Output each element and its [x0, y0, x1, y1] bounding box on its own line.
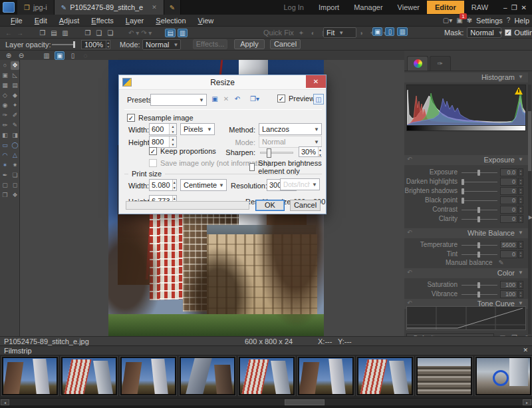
value-box[interactable]: 0	[500, 178, 517, 186]
slider-thumb[interactable]	[462, 198, 464, 204]
spinner-arrows-icon[interactable]: ▲▼	[518, 250, 523, 258]
fit-screen-button[interactable]: ▣	[372, 27, 382, 36]
slider-track[interactable]	[462, 285, 497, 286]
scrollbar-thumb[interactable]	[285, 399, 325, 405]
tab-home[interactable]: ❒ jpg-i	[17, 0, 55, 15]
filmstrip-close-icon[interactable]: ✕	[523, 347, 528, 353]
display-profile-icon[interactable]: ▢▾	[443, 17, 452, 24]
lasso-tool[interactable]: ◠	[1, 151, 9, 160]
spinner-arrows-icon[interactable]: ▲▼	[518, 168, 523, 176]
slider-thumb[interactable]	[477, 282, 480, 288]
panel-scrollbar[interactable]	[528, 85, 531, 334]
value-box[interactable]: 100	[500, 290, 517, 298]
spinner-arrows-icon[interactable]: ▲▼	[106, 41, 110, 49]
perspective-tool[interactable]: ◆	[11, 91, 19, 100]
slider-thumb[interactable]	[477, 292, 480, 298]
value-box[interactable]: 0	[500, 196, 517, 204]
filmstrip-thumb[interactable]	[238, 356, 295, 396]
slider-track[interactable]	[462, 182, 497, 182]
exposure-header[interactable]: ↶ Exposure ▼	[404, 155, 528, 165]
retouch-tool[interactable]: ✎	[11, 121, 19, 130]
presets-select[interactable]: ▼	[150, 94, 207, 106]
layer-tool[interactable]: ❐	[1, 191, 9, 200]
scroll-left-icon[interactable]: ◂	[1, 399, 9, 405]
tone-curve-chart[interactable]	[406, 306, 526, 330]
zoom-out-icon[interactable]: ⊖	[17, 52, 26, 59]
dialog-titlebar[interactable]: Resize	[119, 75, 326, 90]
menu-item[interactable]: Layer	[120, 15, 150, 26]
value-box[interactable]: 0	[500, 206, 517, 214]
filmstrip-thumb[interactable]	[61, 356, 118, 396]
paste-icon[interactable]: ❏	[106, 29, 115, 37]
clipping-warning-icon[interactable]	[515, 87, 523, 95]
menu-item[interactable]: Edit	[29, 15, 53, 26]
fit-width-icon[interactable]: ▯	[68, 52, 77, 59]
nav-item[interactable]: Log In	[276, 1, 311, 13]
adjustment-brush-tool[interactable]: ✏	[1, 121, 9, 130]
width-spinner[interactable]: 600 ▲▼	[149, 123, 177, 135]
split-view-icon[interactable]: ▥	[178, 29, 188, 37]
mask-mode-select[interactable]: Normal ▼	[467, 27, 501, 38]
dialog-cancel-button[interactable]: Cancel	[290, 200, 321, 211]
nav-item[interactable]: Import	[311, 1, 346, 13]
eraser-tool[interactable]: ◨	[11, 131, 19, 140]
slider-thumb[interactable]	[477, 207, 480, 213]
spinner-arrows-icon[interactable]: ▲▼	[518, 241, 523, 249]
spinner-arrows-icon[interactable]: ▲▼	[518, 290, 523, 298]
menu-item[interactable]: File	[5, 15, 28, 26]
slider-thumb[interactable]	[477, 216, 480, 222]
filmstrip-thumb[interactable]	[297, 356, 354, 396]
filmstrip-thumb[interactable]	[356, 356, 414, 396]
actual-size-button[interactable]: ▥	[397, 27, 407, 36]
value-box[interactable]: 0	[500, 215, 517, 223]
tab-new-stub[interactable]: ✎	[164, 0, 181, 15]
spinner-arrows-icon[interactable]: ▲▼	[518, 187, 523, 195]
slider-track[interactable]	[462, 219, 497, 220]
spinner-arrows-icon[interactable]: ▲▼	[518, 281, 523, 289]
slider-track[interactable]	[462, 172, 497, 173]
reset-icon[interactable]: ↶	[407, 300, 412, 306]
filmstrip-thumb[interactable]	[120, 356, 177, 396]
fill-tool[interactable]: ◧	[1, 131, 9, 140]
layer-opacity-spinner[interactable]: 100% ▲▼	[81, 40, 110, 49]
zoom-100-icon[interactable]: ▥	[42, 52, 51, 59]
deform-tool[interactable]: ◇	[1, 91, 9, 100]
fit-screen-icon[interactable]: ▣	[55, 51, 65, 60]
magic-wand-tool[interactable]: ✶	[1, 161, 9, 170]
pen-tool[interactable]: ✒	[1, 171, 9, 180]
print-icon[interactable]: ▥	[61, 29, 70, 37]
spinner-arrows-icon[interactable]: ▲▼	[169, 124, 176, 134]
auto-enhance-icon[interactable]: ✦	[297, 29, 306, 37]
save-preset-icon[interactable]: ▣	[209, 94, 220, 104]
slider-thumb[interactable]	[462, 188, 464, 194]
value-box[interactable]: 0	[500, 250, 517, 258]
shape-tool[interactable]: ❏	[11, 171, 19, 180]
ellipse-select-tool[interactable]: ◯	[11, 141, 19, 150]
frame-select-tool[interactable]: ▢	[1, 181, 9, 190]
tab-image[interactable]: ✎ P1052475-89_stitch_e ✕	[55, 0, 164, 15]
scroll-right-icon[interactable]: ▸	[523, 399, 531, 405]
dialog-close-button[interactable]: ✕	[306, 75, 326, 88]
menu-item[interactable]: Effects	[86, 15, 118, 26]
copy-icon[interactable]: ❐	[83, 29, 92, 37]
straighten-tool[interactable]: ◺	[11, 71, 19, 80]
minimize-icon[interactable]: –	[503, 4, 507, 11]
levels-icon[interactable]: ◑	[356, 29, 366, 37]
white-balance-header[interactable]: ↶ White Balance ▼	[404, 228, 528, 238]
pan-tool[interactable]: ✥	[11, 61, 19, 70]
slider-track[interactable]	[462, 245, 497, 246]
filmstrip-scrollbar[interactable]: ◂ ▸	[0, 398, 532, 405]
copy-settings-icon[interactable]: ❐▾	[247, 94, 263, 104]
value-box[interactable]: 0.0	[500, 168, 517, 176]
crop-tool[interactable]: ▣	[1, 71, 9, 80]
spinner-arrows-icon[interactable]: ▲▼	[172, 180, 176, 190]
clone-stamp-tool[interactable]: ✦	[11, 101, 19, 110]
effect-brush-tool[interactable]: ✐	[11, 111, 19, 120]
white-balance-icon[interactable]: ◐	[309, 29, 318, 37]
nav-item[interactable]: Manager	[346, 1, 390, 13]
apply-layer-button[interactable]: Apply	[234, 39, 265, 49]
polygon-select-tool[interactable]: △	[11, 151, 19, 160]
copy-merged-icon[interactable]: ❑	[94, 29, 104, 37]
print-unit-select[interactable]: Centimeters▼	[180, 179, 227, 191]
preview-checkbox[interactable]: ✓ Preview	[277, 95, 315, 102]
